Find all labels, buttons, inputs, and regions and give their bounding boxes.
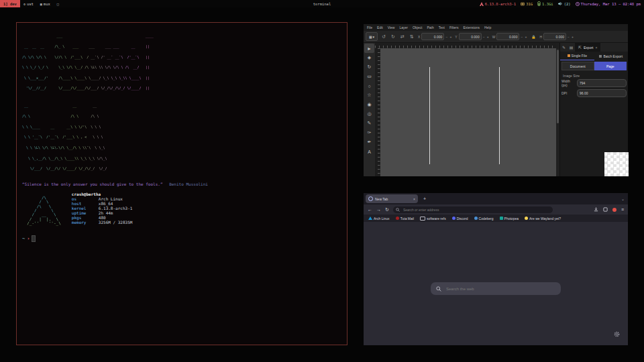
rectangle-tool[interactable]: ▭ <box>364 72 374 81</box>
bookmark-arch-linux[interactable]: Arch Linux <box>368 217 390 221</box>
width-label: Width (px) <box>561 79 576 87</box>
ascii-art-welcome: ___ ____ __ __ __ /\_ \ ___ ___ ___ ___ … <box>22 27 347 97</box>
plus-button[interactable]: + <box>449 35 452 39</box>
selection-mode-dropdown[interactable]: ▦▾ <box>366 32 378 41</box>
minus-button[interactable]: − <box>445 35 448 39</box>
menu-object[interactable]: Object <box>413 25 422 29</box>
dpi-label: DPI <box>561 91 576 95</box>
toolbar-icons: ≡ <box>594 207 624 212</box>
bookmark-folder-software-refs[interactable]: software refs <box>420 217 446 221</box>
shell-prompt[interactable]: ~ › <box>22 235 347 242</box>
menu-extensions[interactable]: Extensions <box>464 25 480 29</box>
system-fetch: /\ / \ /\ \ / \ / __ \ / | |. \ /_-'' ''… <box>22 192 347 230</box>
rotate-ccw-button[interactable]: ↺ <box>380 34 387 40</box>
bookmark-photopea[interactable]: Photopea <box>500 217 519 221</box>
y-spinbox: Y 0.000 − + <box>455 33 489 40</box>
scrollbar-thumb[interactable] <box>557 50 559 123</box>
plus-button[interactable]: + <box>524 35 527 39</box>
canvas[interactable] <box>380 48 556 176</box>
batch-export-tab[interactable]: Batch Export <box>594 52 629 60</box>
menu-text[interactable]: Text <box>439 25 445 29</box>
photopea-icon <box>500 217 503 220</box>
menu-help[interactable]: Help <box>484 25 491 29</box>
document-button[interactable]: Document <box>561 62 594 70</box>
personalize-gear-icon[interactable] <box>614 331 620 337</box>
pen-tool[interactable]: ✎ <box>364 119 374 128</box>
bookmark-discord[interactable]: Discord <box>452 217 468 221</box>
minus-button[interactable]: − <box>520 35 523 39</box>
w-value[interactable]: 0.000 <box>496 33 519 40</box>
tab-close-icon[interactable]: × <box>413 197 415 201</box>
minus-button[interactable]: − <box>482 35 486 39</box>
toolbox: ► ◈ ↻ ▭ ○ ☆ ◉ ◎ ✎ ✑ ✒ A <box>364 43 375 176</box>
menu-edit[interactable]: Edit <box>377 25 383 29</box>
export-area-buttons: Document Page <box>561 62 627 70</box>
menu-view[interactable]: View <box>388 25 395 29</box>
y-value[interactable]: 0.000 <box>459 33 482 40</box>
width-input[interactable] <box>577 79 627 87</box>
shape-builder-tool[interactable]: ↻ <box>364 62 374 72</box>
codeberg-icon <box>474 217 478 220</box>
export-preview-checkerboard <box>604 152 629 176</box>
menu-icon[interactable]: ≡ <box>621 207 624 212</box>
bookmark-tuta-mail[interactable]: Tuta Mail <box>396 217 414 221</box>
text-tool[interactable]: A <box>364 147 374 156</box>
close-icon[interactable]: × <box>595 46 597 50</box>
tab-bar: New Tab × + ⌄ <box>364 193 628 204</box>
new-tab-button[interactable]: + <box>423 196 426 201</box>
fetch-row: memory3256M / 32835M <box>72 220 133 225</box>
menu-layer[interactable]: Layer <box>399 25 408 29</box>
reload-button[interactable]: ↻ <box>385 207 389 213</box>
back-button[interactable]: ← <box>368 207 372 212</box>
tuta-icon <box>396 217 399 220</box>
edit-dialog-icon[interactable]: ✎ <box>560 45 568 50</box>
ellipse-tool[interactable]: ○ <box>364 81 374 90</box>
fetch-row: hostx86_64 <box>72 201 133 206</box>
node-tool[interactable]: ◈ <box>364 53 374 62</box>
web-search-input[interactable] <box>445 286 548 292</box>
flip-vertical-button[interactable]: ⇅ <box>409 34 415 40</box>
ublock-extension-icon[interactable] <box>612 208 616 212</box>
layers-dialog-icon[interactable]: ▤ <box>568 45 575 50</box>
single-file-icon <box>568 54 570 57</box>
star-tool[interactable]: ☆ <box>364 90 374 100</box>
dpi-input[interactable] <box>577 89 627 97</box>
quote-text: “Silence is the only answer you should g… <box>22 182 163 186</box>
calligraphy-tool[interactable]: ✒ <box>364 137 374 147</box>
pencil-tool[interactable]: ✑ <box>364 128 374 137</box>
plus-button[interactable]: + <box>486 35 490 39</box>
single-file-tab[interactable]: Single File <box>560 52 594 60</box>
arch-ascii-logo: /\ / \ /\ \ / \ / __ \ / | |. \ /_-'' ''… <box>22 196 61 226</box>
menu-file[interactable]: File <box>367 25 372 29</box>
page-button[interactable]: Page <box>594 62 627 70</box>
lock-ratio-icon[interactable]: 🔒 <box>530 35 537 39</box>
bookmark-are-we-wayland-yet[interactable]: Are we Wayland yet? <box>525 217 561 221</box>
h-value[interactable]: 0.000 <box>543 33 566 40</box>
x-value[interactable]: 0.000 <box>421 33 444 40</box>
menu-filters[interactable]: Filters <box>449 25 459 29</box>
flip-horizontal-button[interactable]: ⇄ <box>399 34 406 40</box>
rotate-cw-button[interactable]: ↻ <box>390 34 396 40</box>
browser-window[interactable]: New Tab × + ⌄ ← → ↻ ≡ Arch Linux Tuta Ma <box>364 193 628 345</box>
web-search-box[interactable] <box>431 282 561 295</box>
plus-button[interactable]: + <box>571 35 574 39</box>
bookmark-codeberg[interactable]: Codeberg <box>474 217 494 221</box>
export-dialog-tab[interactable]: ⇱ Export × <box>575 43 600 52</box>
dpi-field-row: DPI <box>561 89 627 97</box>
terminal-window[interactable]: ___ ____ __ __ __ /\_ \ ___ ___ ___ ___ … <box>16 22 347 345</box>
forward-button[interactable]: → <box>376 207 381 212</box>
inkscape-window[interactable]: File Edit View Layer Object Path Text Fi… <box>364 24 628 176</box>
url-bar[interactable] <box>393 206 553 213</box>
spiral-tool[interactable]: ◎ <box>364 109 374 119</box>
selector-tool[interactable]: ► <box>364 44 374 53</box>
extension-icon[interactable] <box>603 207 608 212</box>
tab-list-chevron-icon[interactable]: ⌄ <box>621 196 625 201</box>
3dbox-tool[interactable]: ◉ <box>364 100 374 109</box>
folder-icon <box>420 217 425 221</box>
url-input[interactable] <box>402 207 539 213</box>
minus-button[interactable]: − <box>567 35 570 39</box>
active-tab[interactable]: New Tab × <box>366 194 418 203</box>
menu-path[interactable]: Path <box>427 25 433 29</box>
image-size-section-label: Image Size <box>563 74 628 78</box>
downloads-icon[interactable] <box>594 207 598 212</box>
